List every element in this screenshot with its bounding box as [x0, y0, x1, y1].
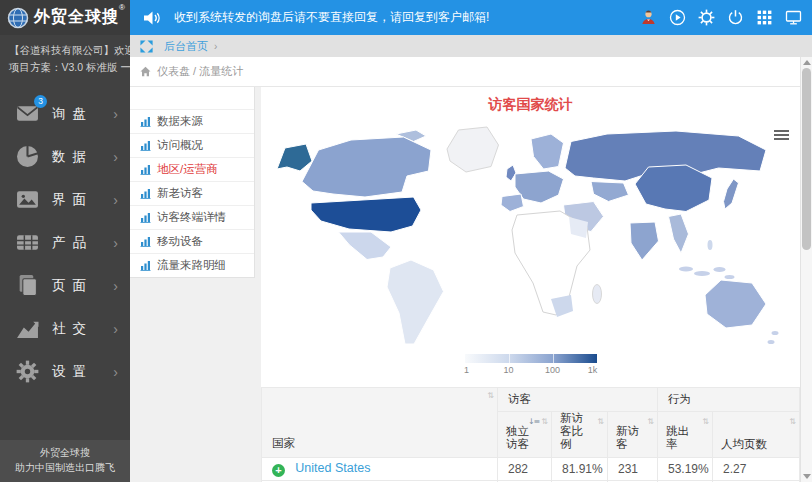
chevron-right-icon: › — [113, 193, 118, 207]
group-header-visitors: 访客 — [498, 388, 658, 412]
submenu-item-terminal-detail[interactable]: 访客终端详情 — [130, 205, 254, 229]
submenu-item-visit-overview[interactable]: 访问概况 — [130, 133, 254, 157]
bar-chart-icon — [140, 188, 151, 199]
map-color-legend: 1 10 100 1k — [465, 354, 597, 378]
legend-gradient-bar — [465, 354, 597, 363]
column-header-bounce-rate: ⇅ 跳出率 — [658, 412, 713, 458]
expand-plus-icon[interactable]: + — [272, 464, 285, 477]
sidebar-item-products[interactable]: 产品 › — [0, 221, 130, 264]
power-icon[interactable] — [727, 9, 744, 26]
submenu-item-traffic-referrer[interactable]: 流量来路明细 — [130, 253, 254, 277]
apps-grid-icon[interactable] — [756, 9, 773, 26]
home-icon — [140, 66, 151, 77]
app-window: 外贸全球搜 ® 收到系统转发的询盘后请不要直接回复，请回复到客户邮箱! — [0, 0, 812, 482]
chevron-right-icon: › — [113, 236, 118, 250]
sidebar-footer: 外贸全球搜 助力中国制造出口腾飞 — [0, 440, 130, 482]
bar-chart-icon — [140, 260, 151, 271]
column-header-pages-per-visit: ⇅ 人均页数 — [713, 412, 800, 458]
chart-title: 访客国家统计 — [261, 87, 800, 114]
world-map[interactable] — [271, 119, 791, 351]
breadcrumb-home-link[interactable]: 后台首页 — [164, 39, 208, 54]
chevron-right-icon: › — [113, 107, 118, 121]
breadcrumb-bar: 后台首页 › — [130, 35, 812, 57]
scroll-down-arrow[interactable] — [803, 474, 811, 479]
sidebar-item-pages[interactable]: 页面 › — [0, 264, 130, 307]
registered-mark: ® — [119, 3, 125, 12]
fullscreen-icon[interactable] — [139, 39, 154, 54]
bar-chart-icon — [140, 140, 151, 151]
bar-chart-icon — [140, 236, 151, 247]
chevron-right-icon: › — [113, 279, 118, 293]
topbar-icons — [640, 9, 802, 26]
monitor-icon[interactable] — [785, 9, 802, 26]
sidebar-item-data[interactable]: 数据 › — [0, 135, 130, 178]
bar-chart-icon — [140, 164, 151, 175]
scroll-up-arrow[interactable] — [803, 60, 811, 65]
chevron-right-icon: › — [113, 322, 118, 336]
logo-text: 外贸全球搜 — [34, 7, 119, 28]
sidebar-item-inquiry[interactable]: 3 询盘 › — [0, 92, 130, 135]
pages-icon — [16, 274, 39, 297]
sidebar-item-interface[interactable]: 界面 › — [0, 178, 130, 221]
play-circle-icon[interactable] — [669, 9, 686, 26]
chevron-right-icon: › — [113, 150, 118, 164]
pie-chart-icon — [16, 145, 39, 168]
country-stats-table: ⇅ 国家 访客 行为 ↓≡⇅ 独立访客 ⇅ 新访客比例 — [261, 387, 800, 482]
welcome-text: 【谷道科技有限公司】欢迎您! — [9, 42, 121, 59]
sort-icon[interactable]: ⇅ — [789, 415, 795, 428]
breadcrumb-separator: › — [214, 41, 217, 52]
gear-icon — [16, 360, 39, 383]
chevron-right-icon: › — [113, 365, 118, 379]
user-avatar[interactable] — [640, 9, 657, 26]
envelope-icon: 3 — [16, 102, 39, 125]
sort-icon[interactable]: ⇅ — [597, 415, 603, 428]
group-header-behavior: 行为 — [658, 388, 800, 412]
column-header-new-visitor-ratio: ⇅ 新访客比例 — [552, 412, 608, 458]
main-sidebar: 【谷道科技有限公司】欢迎您! 项目方案：V3.0 标准版 一年 3 询盘 › 数… — [0, 35, 130, 482]
gear-icon[interactable] — [698, 9, 715, 26]
column-header-unique-visitors: ↓≡⇅ 独立访客 — [498, 412, 552, 458]
module-breadcrumb-text: 仪表盘 / 流量统计 — [157, 64, 243, 79]
column-header-new-visitors: ⇅ 新访客 — [608, 412, 658, 458]
chart-menu-icon[interactable] — [774, 130, 789, 142]
stats-submenu: 数据来源 访问概况 地区/运营商 新老访客 访客终端详情 移动设备 流量来路明细 — [130, 87, 255, 278]
top-navbar: 收到系统转发的询盘后请不要直接回复，请回复到客户邮箱! — [130, 0, 812, 35]
plan-text: 项目方案：V3.0 标准版 一年 — [9, 59, 121, 76]
sort-icon[interactable]: ⇅ — [487, 391, 493, 400]
bar-chart-icon — [140, 116, 151, 127]
country-link[interactable]: United States — [295, 461, 370, 475]
sort-icon[interactable]: ⇅ — [702, 415, 708, 428]
sidebar-item-social[interactable]: 社交 › — [0, 307, 130, 350]
speaker-icon — [143, 10, 161, 26]
bar-chart-icon — [140, 212, 151, 223]
module-breadcrumb: 仪表盘 / 流量统计 — [130, 57, 800, 87]
submenu-item-region-carrier[interactable]: 地区/运营商 — [130, 157, 254, 181]
vertical-scrollbar[interactable] — [800, 57, 812, 482]
image-icon — [16, 188, 39, 211]
column-header-country: ⇅ 国家 — [262, 388, 498, 458]
submenu-item-mobile-devices[interactable]: 移动设备 — [130, 229, 254, 253]
sidebar-item-settings[interactable]: 设置 › — [0, 350, 130, 393]
scrollbar-thumb[interactable] — [802, 68, 811, 250]
unread-badge: 3 — [34, 95, 47, 108]
submenu-item-new-returning[interactable]: 新老访客 — [130, 181, 254, 205]
brand-logo[interactable]: 外贸全球搜 ® — [0, 0, 130, 35]
sidebar-menu: 3 询盘 › 数据 › 界面 › — [0, 92, 130, 393]
sort-icon[interactable]: ↓≡⇅ — [528, 415, 547, 428]
globe-logo-icon — [7, 7, 29, 29]
table-row: + United States 282 81.91% 231 53.19% 2.… — [262, 458, 800, 481]
main-content: 访客国家统计 — [261, 87, 800, 482]
notice-text: 收到系统转发的询盘后请不要直接回复，请回复到客户邮箱! — [174, 9, 489, 26]
line-chart-icon — [16, 317, 39, 340]
sort-icon[interactable]: ⇅ — [647, 415, 653, 428]
submenu-item-data-source[interactable]: 数据来源 — [130, 109, 254, 133]
table-grid-icon — [16, 231, 39, 254]
